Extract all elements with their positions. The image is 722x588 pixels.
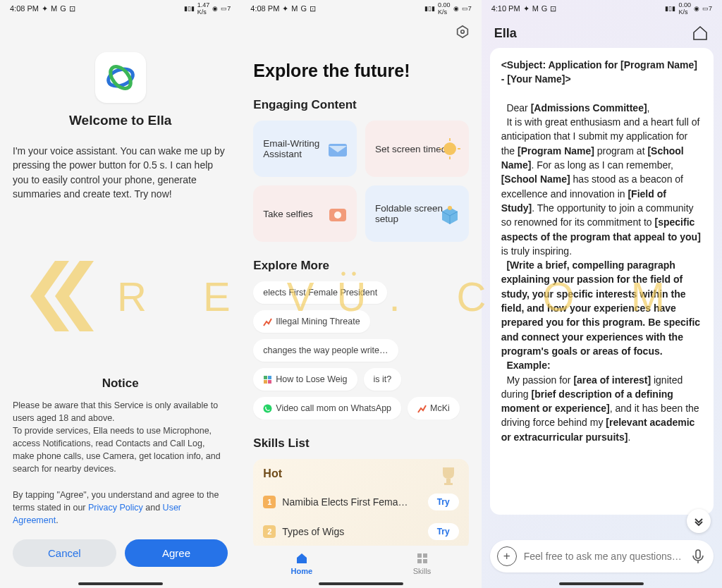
svg-rect-20 (417, 553, 422, 558)
ella-logo-icon (95, 52, 146, 103)
chip-item[interactable]: McKi (408, 397, 460, 419)
svg-rect-19 (444, 483, 453, 485)
status-time: 4:08 PM (10, 4, 39, 13)
cancel-button[interactable]: Cancel (13, 539, 116, 567)
bottom-nav: Home Skills (240, 546, 481, 575)
notice-section: Notice Please be aware that this Service… (0, 376, 240, 567)
chat-input[interactable] (517, 551, 690, 562)
nav-skills[interactable]: Skills (413, 551, 432, 575)
screen-chat: 4:10 PM ✦ M G ⊡ ▮▯▮ 0.00K/s ◉ ▭7 Ella <S… (482, 0, 722, 588)
svg-point-3 (460, 30, 464, 34)
hot-item: 1Namibia Elects First Fema… Try (263, 487, 458, 517)
vibrate-icon: ▮▯▮ (424, 5, 435, 12)
section-engaging: Engaging Content (240, 98, 481, 112)
box-icon (438, 202, 462, 226)
hot-item: 2Types of Wigs Try (263, 517, 458, 546)
screenshot-icon: ⊡ (69, 4, 75, 13)
card-take-selfies[interactable]: Take selfies (253, 185, 357, 242)
home-icon[interactable] (691, 24, 709, 42)
card-screen-timeout[interactable]: Set screen timeout (365, 121, 469, 177)
svg-rect-21 (423, 553, 427, 558)
svg-point-12 (448, 206, 452, 210)
mic-icon[interactable] (690, 548, 706, 565)
message-body: Dear [Admissions Committee], It is with … (501, 101, 702, 444)
home-icon (295, 551, 309, 565)
agree-button[interactable]: Agree (125, 539, 228, 567)
chat-input-bar: + (490, 540, 714, 572)
mail-icon: M (51, 4, 57, 13)
screenshot-icon: ⊡ (550, 4, 556, 13)
page-title: Explore the future! (240, 61, 481, 81)
privacy-policy-link[interactable]: Privacy Policy (88, 503, 143, 513)
try-button[interactable]: Try (428, 523, 459, 540)
svg-point-11 (334, 212, 341, 219)
app-icon: ✦ (282, 4, 288, 13)
message-subject: <Subject: Application for [Program Name]… (501, 58, 702, 87)
status-time: 4:08 PM (250, 4, 279, 13)
rank-badge: 1 (263, 496, 276, 508)
chip-item[interactable]: Video call mom on WhatsApp (253, 397, 401, 419)
screen-explore: 4:08 PM ✦ M G ⊡ ▮▯▮ 0.00K/s ◉ ▭7 Explore… (240, 0, 481, 588)
chip-item[interactable]: is it? (364, 368, 402, 391)
status-bar: 4:08 PM ✦ M G ⊡ ▮▯▮ 1.47K/s ◉ ▭7 (0, 0, 240, 17)
whatsapp-icon (263, 404, 272, 413)
app-icon: ✦ (523, 4, 530, 13)
vibrate-icon: ▮▯▮ (184, 5, 195, 12)
chip-item[interactable]: elects First Female President (253, 281, 387, 304)
rank-badge: 2 (263, 525, 276, 538)
card-foldable-setup[interactable]: Foldable screen setup (365, 185, 469, 242)
trophy-icon (436, 463, 460, 487)
svg-rect-13 (264, 376, 267, 379)
svg-rect-16 (268, 380, 271, 384)
chat-header: Ella (482, 17, 722, 48)
svg-rect-24 (696, 550, 700, 558)
status-bar: 4:10 PM ✦ M G ⊡ ▮▯▮ 0.00K/s ◉ ▭7 (482, 0, 722, 17)
chat-title: Ella (494, 26, 517, 41)
try-button[interactable]: Try (428, 494, 459, 510)
gesture-bar[interactable] (559, 582, 644, 585)
app-icon: ✦ (42, 4, 48, 13)
vibrate-icon: ▮▯▮ (665, 5, 675, 12)
chart-icon (263, 317, 272, 326)
section-skills-list: Skills List (240, 436, 481, 451)
svg-point-1 (106, 63, 135, 92)
chat-message: <Subject: Application for [Program Name]… (490, 48, 714, 515)
sun-icon (438, 137, 462, 161)
mail-icon: M (291, 4, 298, 13)
svg-point-17 (264, 404, 272, 412)
chart-icon (417, 404, 427, 413)
svg-marker-2 (457, 26, 467, 38)
gesture-bar[interactable] (78, 582, 163, 585)
svg-point-5 (443, 142, 456, 155)
svg-rect-14 (268, 376, 271, 379)
google-icon: G (60, 4, 66, 13)
chip-item[interactable]: changes the way people write… (253, 339, 398, 362)
settings-icon[interactable] (455, 24, 470, 39)
status-time: 4:10 PM (491, 4, 520, 13)
svg-rect-18 (446, 479, 451, 483)
card-email-assistant[interactable]: Email-Writing Assistant (253, 121, 357, 177)
welcome-description: I'm your voice assistant. You can wake m… (0, 144, 240, 201)
svg-rect-22 (417, 559, 422, 563)
add-button[interactable]: + (497, 546, 517, 566)
screen-welcome: 4:08 PM ✦ M G ⊡ ▮▯▮ 1.47K/s ◉ ▭7 Welcome… (0, 0, 240, 588)
grid-icon (263, 375, 272, 384)
skills-icon (415, 551, 429, 565)
notice-body: Please be aware that this Service is onl… (13, 399, 228, 527)
chip-item[interactable]: Illegal Mining Threate (253, 310, 369, 333)
notice-title: Notice (13, 376, 228, 391)
scroll-down-button[interactable] (687, 509, 711, 533)
hot-card: Hot 1Namibia Elects First Fema… Try 2Typ… (253, 459, 468, 551)
wifi-icon: ◉ (694, 5, 699, 12)
mail-icon (326, 137, 350, 161)
chip-item[interactable]: How to Lose Weig (253, 368, 357, 391)
google-icon: G (542, 4, 548, 13)
nav-home[interactable]: Home (291, 551, 313, 575)
battery-icon: ▭7 (462, 5, 472, 12)
svg-rect-23 (423, 559, 427, 563)
wifi-icon: ◉ (212, 5, 218, 12)
gesture-bar[interactable] (319, 582, 403, 585)
welcome-title: Welcome to Ella (0, 113, 240, 128)
camera-icon (326, 202, 350, 226)
hot-label: Hot (263, 467, 458, 480)
